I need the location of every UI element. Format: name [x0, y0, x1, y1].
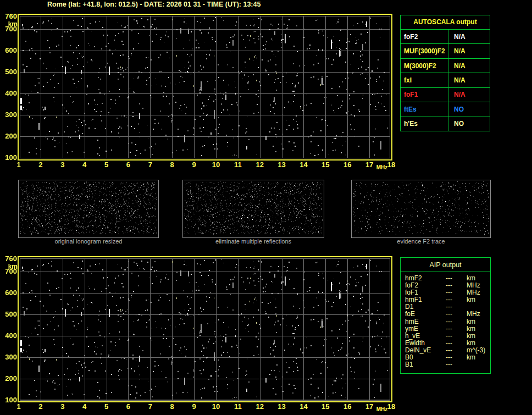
x-tick-label: 4 [76, 403, 93, 411]
x-tick-label: 4 [76, 161, 93, 169]
param-label: hmE [405, 318, 446, 325]
param-label: fxI [401, 73, 448, 87]
param-value: N/A [448, 30, 490, 43]
evidence-f2-trace-canvas [352, 180, 490, 235]
param-unit: km [467, 318, 490, 325]
param-value: --- [446, 325, 467, 333]
x-tick-label: 8 [164, 403, 180, 411]
param-value: --- [446, 361, 467, 368]
y-tick-label: 300 [1, 110, 17, 119]
x-tick-label: 3 [54, 161, 71, 169]
x-tick-label: 9 [186, 403, 202, 411]
y-axis-unit-label: km [1, 20, 18, 28]
param-label: foF2 [401, 30, 448, 43]
x-tick-label: 15 [317, 403, 334, 411]
bottom-ionogram-canvas [19, 257, 391, 401]
param-label: M(3000)F2 [401, 59, 448, 73]
x-tick-label: 11 [230, 161, 246, 169]
x-tick-label: 5 [98, 161, 115, 169]
table-row-hme: hmE---km [405, 318, 490, 325]
x-tick-label: 6 [120, 161, 136, 169]
panel-caption: eliminate multiple reflections [182, 237, 324, 245]
param-value: --- [446, 340, 467, 347]
param-value: NO [448, 102, 490, 116]
param-unit: km [467, 333, 490, 340]
param-value: N/A [448, 59, 490, 73]
x-tick-label: 15 [317, 161, 334, 169]
x-tick-label: 10 [208, 403, 224, 411]
evidence-f2-trace-panel [351, 180, 491, 238]
x-axis-unit-label: MHz [374, 406, 390, 412]
y-tick-label: 200 [1, 132, 17, 141]
param-label: foF1 [401, 88, 448, 102]
param-unit: MHz [467, 311, 490, 318]
x-axis-unit-label: MHz [374, 164, 390, 170]
y-axis-unit-label: km [1, 263, 18, 270]
x-tick-label: 2 [32, 403, 49, 411]
eliminate-reflections-panel [182, 180, 324, 238]
param-unit: km [467, 325, 490, 333]
x-tick-label: 2 [32, 161, 49, 169]
table-row-fxi: fxI N/A [401, 73, 490, 87]
y-tick-label: 400 [1, 331, 17, 340]
table-row-ewidth: Ewidth---km [405, 340, 490, 347]
x-tick-label: 10 [208, 161, 224, 169]
original-ionogram-canvas [19, 180, 158, 235]
y-tick-label: 300 [1, 353, 17, 362]
table-row-fof1: foF1 N/A [401, 87, 490, 102]
aip-table-title: AIP output [401, 258, 490, 272]
panel-caption: original ionogram resized [18, 237, 159, 245]
panel-caption: evidence F2 trace [351, 237, 491, 245]
table-row-ftes: ftEs NO [401, 102, 490, 116]
table-row-m3000f2: M(3000)F2 N/A [401, 58, 490, 73]
table-row-yme: ymE---km [405, 325, 490, 333]
param-value: --- [446, 333, 467, 340]
table-row-muf3000f2: MUF(3000)F2 N/A [401, 43, 490, 58]
x-tick-label: 16 [339, 403, 356, 411]
x-tick-label: 12 [252, 161, 268, 169]
x-tick-label: 11 [230, 403, 246, 411]
param-label: foE [405, 311, 446, 318]
param-value: --- [446, 318, 467, 325]
y-tick-label: 760 [1, 12, 17, 21]
x-tick-label: 6 [120, 403, 136, 411]
param-unit [467, 361, 490, 368]
original-ionogram-panel [18, 180, 159, 238]
param-unit: km [467, 340, 490, 347]
y-tick-label: 400 [1, 89, 17, 98]
y-tick-label: 600 [1, 46, 17, 55]
table-row-fof2: foF2 N/A [401, 29, 490, 43]
x-tick-label: 8 [164, 161, 180, 169]
y-tick-label: 760 [1, 254, 17, 263]
autoscala-table-title: AUTOSCALA output [401, 15, 490, 29]
param-label: MUF(3000)F2 [401, 44, 448, 58]
aip-output-table: AIP output hmF2---km foF2---MHz foF1---M… [400, 257, 491, 374]
param-label: h_vE [405, 333, 446, 340]
param-unit: km [467, 354, 490, 361]
x-tick-label: 3 [54, 403, 71, 411]
x-tick-label: 13 [274, 403, 290, 411]
param-label: ftEs [401, 102, 448, 116]
page-title: Rome (lat: +41.8, lon: 012.5) - DATE: 20… [47, 1, 261, 8]
param-label: ymE [405, 325, 446, 333]
x-tick-label: 1 [10, 161, 27, 169]
x-tick-label: 9 [186, 161, 202, 169]
x-tick-label: 5 [98, 403, 115, 411]
param-label: h'Es [401, 117, 448, 131]
param-value: NO [448, 117, 490, 131]
y-tick-label: 500 [1, 310, 17, 319]
y-tick-label: 500 [1, 68, 17, 76]
autoscala-app-window: Rome (lat: +41.8, lon: 012.5) - DATE: 20… [0, 0, 532, 415]
x-tick-label: 16 [339, 161, 356, 169]
eliminate-reflections-canvas [183, 180, 324, 235]
aip-table-body: hmF2---km foF2---MHz foF1---MHz hmF1---k… [401, 272, 490, 368]
param-value: N/A [448, 44, 490, 58]
x-tick-label: 7 [142, 161, 158, 169]
x-tick-label: 13 [274, 161, 290, 169]
y-tick-label: 200 [1, 374, 17, 383]
table-row-b1: B1--- [405, 361, 490, 368]
bottom-ionogram-plot [18, 256, 392, 402]
table-row-foe: foE---MHz [405, 311, 490, 318]
x-tick-label: 14 [295, 161, 312, 169]
autoscala-output-table: AUTOSCALA output foF2 N/A MUF(3000)F2 N/… [400, 15, 490, 131]
